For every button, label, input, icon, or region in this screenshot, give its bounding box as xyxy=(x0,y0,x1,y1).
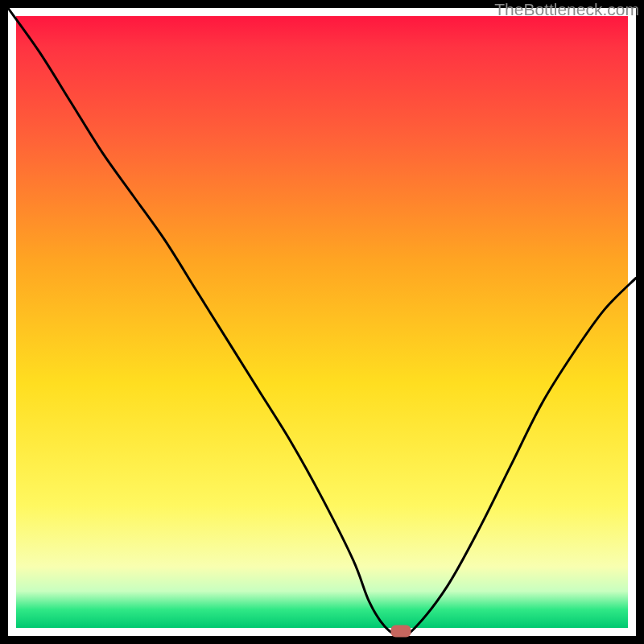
plot-frame xyxy=(0,0,644,644)
optimum-marker xyxy=(390,625,411,638)
chart-container: { "watermark": "TheBottleneck.com", "cha… xyxy=(0,0,644,644)
gradient-background xyxy=(16,16,628,628)
watermark-text: TheBottleneck.com xyxy=(494,0,639,19)
